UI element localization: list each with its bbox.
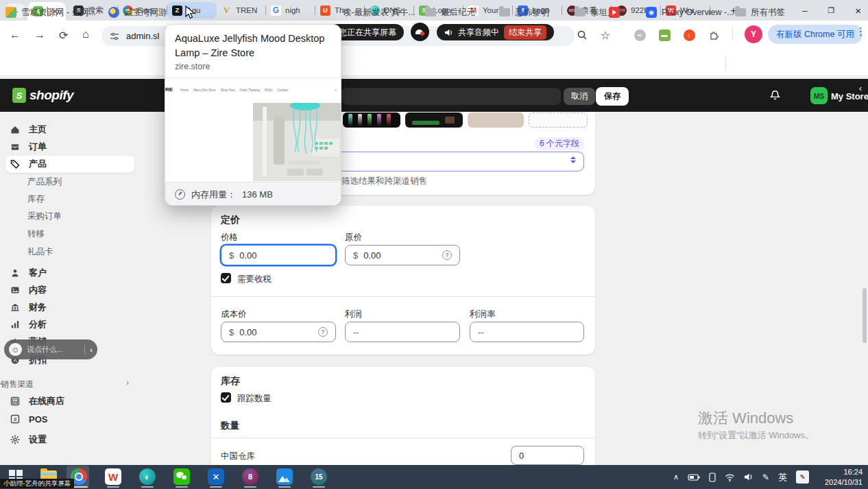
browser-menu-icon[interactable]: ⋮	[856, 25, 866, 38]
reload-button[interactable]: ⟳	[59, 29, 68, 42]
audio-share-text: 共享音频中	[458, 27, 499, 38]
bookmark-item[interactable]: 雪糕资源网 - 全网...	[5, 5, 96, 19]
chrome-update-button[interactable]: 有新版 Chrome 可用	[768, 25, 863, 44]
volume-icon[interactable]	[744, 473, 754, 481]
wifi-icon[interactable]	[725, 473, 735, 481]
minimize-button[interactable]: –	[802, 5, 807, 16]
scrollbar-thumb[interactable]	[863, 288, 867, 343]
sidebar-item-purchase-orders[interactable]: 采购订单	[27, 211, 62, 222]
chevron-right-icon[interactable]: ›	[126, 378, 129, 387]
sidebar-item-pos[interactable]: S POS	[10, 412, 47, 427]
chat-widget[interactable]: ☺ 说点什么... ‹	[4, 339, 97, 359]
compare-price-label: 原价	[345, 232, 362, 243]
back-button[interactable]: ←	[10, 29, 21, 41]
chevron-left-icon[interactable]: ‹	[859, 84, 862, 93]
sidebar-item-products[interactable]: 产品	[10, 156, 47, 171]
chat-collapse-icon[interactable]: ‹	[90, 346, 93, 354]
ime-indicator[interactable]: 英	[778, 471, 787, 484]
product-thumbnail[interactable]	[468, 112, 524, 128]
sidebar-item-settings[interactable]: 设置	[10, 432, 47, 447]
sidebar-item-customers[interactable]: 客户	[10, 265, 47, 281]
youtube-bookmark[interactable]	[609, 5, 620, 19]
charge-tax-checkbox[interactable]	[221, 273, 231, 283]
tab[interactable]: VTREN	[217, 0, 266, 21]
sidebar-item-analytics[interactable]: 分析	[10, 317, 47, 332]
tablet-tool-icon[interactable]: ✎	[796, 470, 809, 484]
profit-input[interactable]: --	[345, 322, 460, 342]
clock-date: 2024/10/31	[820, 477, 863, 488]
mini-search-icon: ⌕	[335, 87, 337, 93]
price-input[interactable]: $ 0.00	[221, 245, 336, 265]
zire-icon: Z	[172, 5, 182, 16]
battery-icon[interactable]	[688, 473, 700, 481]
folder-icon	[575, 8, 586, 16]
location-label: 中国仓库	[221, 451, 255, 462]
sidebar-item-content[interactable]: 内容	[10, 283, 47, 298]
margin-input[interactable]: --	[470, 322, 584, 342]
extension-green-icon[interactable]: ▬	[657, 27, 672, 43]
app-badge-8-icon[interactable]: 8	[241, 468, 259, 486]
search-icon[interactable]	[575, 27, 590, 43]
tab[interactable]: Gnigh	[266, 0, 315, 21]
add-media-tile[interactable]	[529, 112, 588, 128]
bookmark-folder[interactable]: 最后纪元	[425, 5, 475, 19]
blue-x-app-icon[interactable]: ✕	[207, 468, 225, 486]
bookmark-item[interactable]: 藏宝湾网游	[108, 5, 167, 19]
tray-expand-icon[interactable]: ∧	[673, 473, 679, 481]
home-button[interactable]: ⌂	[82, 28, 89, 40]
metafields-link[interactable]: 6 个元字段	[535, 137, 584, 150]
preview-title: AquaLuxe Jellyfish Mood Desktop Lamp – Z…	[175, 32, 331, 60]
windows-watermark-title: 激活 Windows	[698, 408, 793, 429]
security-app-icon[interactable]: ◐	[138, 468, 156, 486]
sidebar-item-online-store[interactable]: 在线商店	[10, 394, 64, 409]
clock-time: 16:24	[820, 467, 863, 477]
bookmarks-overflow-icon[interactable]: »	[708, 5, 712, 19]
sidebar-item-collections[interactable]: 产品系列	[27, 176, 62, 188]
store-avatar[interactable]: MS	[810, 87, 828, 104]
extensions-puzzle-icon[interactable]	[706, 27, 721, 43]
mountain-app-icon[interactable]	[276, 468, 293, 486]
sidebar-item-home[interactable]: 主页	[10, 122, 47, 137]
forward-button[interactable]: →	[34, 29, 45, 41]
close-window-button[interactable]: ×	[855, 5, 861, 16]
profile-avatar[interactable]: Y	[745, 25, 762, 43]
memory-label: 内存用量：	[191, 189, 236, 201]
phone-icon[interactable]	[709, 473, 716, 482]
maximize-button[interactable]: ❐	[828, 6, 834, 15]
extension-link-icon[interactable]: ∞	[632, 27, 647, 43]
taskbar-clock[interactable]: 16:24 2024/10/31	[820, 467, 863, 488]
bookmark-item[interactable]: 读-最新发表 真牛...	[343, 5, 415, 19]
sidebar-item-gift-cards[interactable]: 礼品卡	[27, 246, 53, 258]
save-button[interactable]: 保存	[596, 87, 629, 106]
floating-ball-icon[interactable]	[411, 23, 429, 41]
sidebar-item-transfers[interactable]: 转移	[27, 228, 45, 240]
sidebar-item-finance[interactable]: 财务	[10, 300, 47, 315]
cancel-button[interactable]: 取消	[564, 88, 595, 105]
sidebar-item-orders[interactable]: 订单	[10, 139, 47, 154]
product-thumbnail[interactable]	[343, 112, 400, 128]
chat-input[interactable]: 说点什么...	[27, 344, 80, 355]
sales-channels-header: 销售渠道	[1, 379, 34, 390]
bookmark-item[interactable]: ◉Proxy Overview -...	[646, 5, 734, 19]
help-icon[interactable]: ?	[442, 250, 452, 260]
extension-shield-icon[interactable]: ↓	[682, 27, 697, 43]
pen-icon[interactable]: ✎	[762, 473, 769, 482]
wechat-icon[interactable]	[173, 468, 191, 486]
running-indicator	[210, 486, 222, 488]
stop-share-button[interactable]: 结束共享	[504, 25, 546, 40]
all-bookmarks-folder[interactable]: 所有书签	[735, 5, 785, 19]
bookmark-folder[interactable]: 恐怖黎明	[499, 5, 549, 19]
running-indicator	[244, 486, 256, 488]
admin-search-bar[interactable]	[341, 88, 561, 105]
running-indicator	[141, 486, 154, 488]
sidebar-item-inventory[interactable]: 库存	[27, 193, 45, 205]
wps-icon[interactable]: W	[104, 468, 122, 486]
track-quantity-checkbox[interactable]	[221, 392, 231, 403]
folder-icon	[425, 8, 436, 16]
notifications-bell-icon[interactable]	[769, 89, 781, 104]
help-icon[interactable]: ?	[318, 327, 328, 337]
location-quantity-input[interactable]: 0	[511, 446, 584, 465]
app-badge-15-icon[interactable]: 15	[310, 468, 328, 486]
bookmark-star-icon[interactable]: ☆	[598, 27, 613, 43]
product-thumbnail[interactable]	[405, 112, 463, 128]
